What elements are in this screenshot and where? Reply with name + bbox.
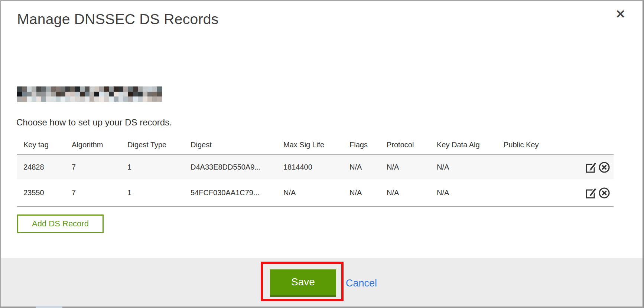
- cell-digest: D4A33E8DD550A9...: [184, 163, 277, 171]
- table-header-row: Key tag Algorithm Digest Type Digest Max…: [17, 135, 614, 154]
- table-body: 24828 7 1 D4A33E8DD550A9... 1814400 N/A …: [17, 154, 614, 207]
- cell-key-tag: 23550: [17, 189, 65, 197]
- table-row: 24828 7 1 D4A33E8DD550A9... 1814400 N/A …: [17, 155, 614, 179]
- background-page-artifact: [36, 306, 62, 308]
- cancel-link[interactable]: Cancel: [346, 278, 377, 289]
- column-header-flags: Flags: [343, 141, 380, 149]
- table-row: 23550 7 1 54FCF030AA1C79... N/A N/A N/A …: [17, 179, 614, 206]
- cell-algorithm: 7: [65, 189, 121, 197]
- column-header-key-data-alg: Key Data Alg: [430, 141, 497, 149]
- domain-name-redacted: [17, 86, 162, 102]
- save-button[interactable]: Save: [270, 269, 336, 297]
- column-header-protocol: Protocol: [380, 141, 430, 149]
- cell-max-sig-life: N/A: [277, 189, 343, 197]
- cell-protocol: N/A: [380, 163, 430, 171]
- cell-protocol: N/A: [380, 189, 430, 197]
- cell-key-data-alg: N/A: [430, 163, 497, 171]
- cell-digest: 54FCF030AA1C79...: [184, 189, 277, 197]
- cell-key-tag: 24828: [17, 163, 65, 171]
- delete-record-icon[interactable]: [598, 161, 611, 174]
- delete-record-icon[interactable]: [598, 187, 611, 199]
- cell-algorithm: 7: [65, 163, 121, 171]
- cell-flags: N/A: [343, 189, 380, 197]
- cell-digest-type: 1: [121, 189, 184, 197]
- cell-digest-type: 1: [121, 163, 184, 171]
- column-header-public-key: Public Key: [497, 141, 579, 149]
- column-header-max-sig-life: Max Sig Life: [277, 141, 343, 149]
- row-actions: [579, 161, 614, 174]
- column-header-algorithm: Algorithm: [65, 141, 121, 149]
- add-ds-record-button[interactable]: Add DS Record: [17, 214, 104, 233]
- close-icon[interactable]: ✕: [615, 8, 625, 20]
- page-title: Manage DNSSEC DS Records: [17, 11, 219, 27]
- edit-record-icon[interactable]: [585, 187, 598, 199]
- edit-record-icon[interactable]: [585, 161, 598, 174]
- cell-flags: N/A: [343, 163, 380, 171]
- instruction-text: Choose how to set up your DS records.: [16, 117, 172, 128]
- manage-dnssec-modal: Manage DNSSEC DS Records ✕ Choose how to…: [0, 0, 644, 308]
- cell-key-data-alg: N/A: [430, 189, 497, 197]
- column-header-key-tag: Key tag: [17, 141, 65, 149]
- column-header-digest-type: Digest Type: [121, 141, 184, 149]
- column-header-digest: Digest: [184, 141, 277, 149]
- row-actions: [579, 187, 614, 199]
- cell-max-sig-life: 1814400: [277, 163, 343, 171]
- ds-records-table: Key tag Algorithm Digest Type Digest Max…: [17, 135, 614, 207]
